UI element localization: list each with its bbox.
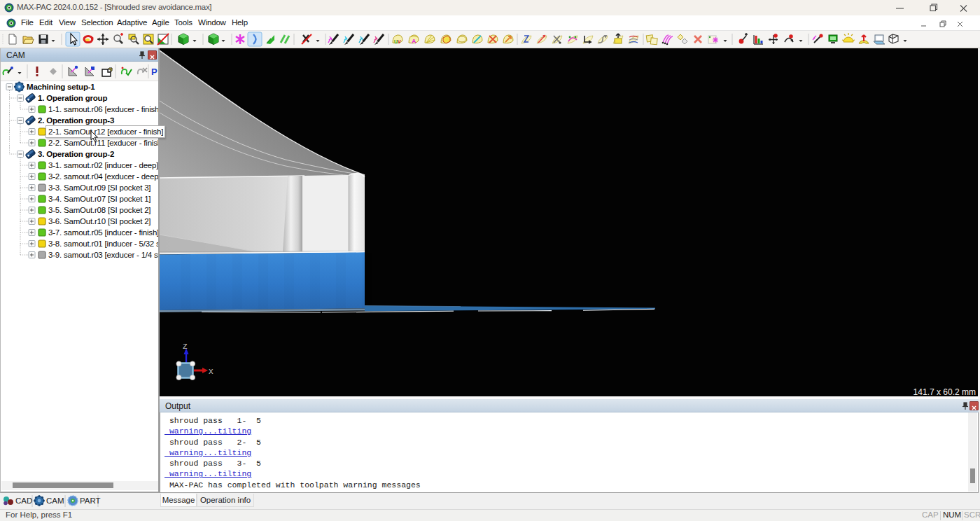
- svg-text:3-3. SamOut.r09 [SI pocket 3]: 3-3. SamOut.r09 [SI pocket 3]: [48, 183, 150, 192]
- svg-text:Machining setup-1: Machining setup-1: [27, 83, 95, 91]
- svg-text:3-5. SamOut.r08 [SI pocket 2]: 3-5. SamOut.r08 [SI pocket 2]: [48, 206, 150, 214]
- svg-text:141.7 x 60.2 mm: 141.7 x 60.2 mm: [913, 387, 976, 396]
- svg-text:A: A: [412, 38, 416, 45]
- svg-text:P: P: [151, 67, 158, 77]
- svg-text:X: X: [209, 368, 214, 376]
- svg-text:V: V: [398, 39, 401, 44]
- svg-text:3-6. SamOut.r10 [SI pocket 2]: 3-6. SamOut.r10 [SI pocket 2]: [48, 217, 150, 225]
- svg-text:2. Operation group-3: 2. Operation group-3: [38, 116, 114, 125]
- svg-text:3-9. samout.r03 [exducer - 1/4: 3-9. samout.r03 [exducer - 1/4 st]: [48, 251, 158, 259]
- svg-text:1-1. samout.r06 [exducer - fin: 1-1. samout.r06 [exducer - finish]: [48, 105, 158, 113]
- svg-text:1. Operation group: 1. Operation group: [38, 94, 107, 102]
- svg-text:3-2. samout.r04 [exducer - dee: 3-2. samout.r04 [exducer - deep]: [48, 172, 158, 181]
- svg-text:3-7. samout.r05 [inducer - fin: 3-7. samout.r05 [inducer - finish]: [48, 228, 158, 237]
- svg-text:3-4. SamOut.r07 [SI pocket 1]: 3-4. SamOut.r07 [SI pocket 1]: [48, 195, 150, 203]
- svg-text:3-1. samout.r02 [inducer - dee: 3-1. samout.r02 [inducer - deep]: [48, 161, 158, 169]
- svg-text:3-8. samout.r01 [inducer - 5/3: 3-8. samout.r01 [inducer - 5/32 s]: [48, 239, 158, 248]
- svg-text:3. Operation group-2: 3. Operation group-2: [38, 150, 114, 158]
- svg-text:Z: Z: [183, 342, 188, 351]
- svg-text:2-2. SamOut.r11 [exducer - fin: 2-2. SamOut.r11 [exducer - finish]: [48, 139, 158, 147]
